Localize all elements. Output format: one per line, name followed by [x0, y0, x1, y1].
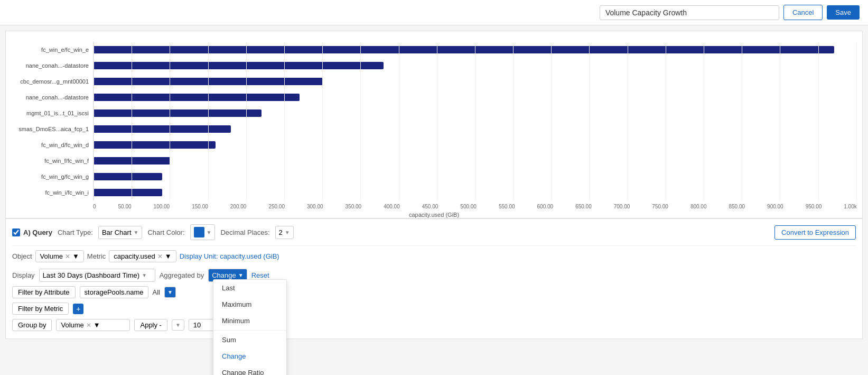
x-axis-label: 450.00 — [422, 204, 438, 209]
chart-y-label: fc_win_i/fc_win_i — [11, 189, 89, 196]
bar-row — [94, 140, 857, 150]
bar — [94, 109, 262, 117]
group-by-value: Volume — [61, 321, 83, 329]
dropdown-item[interactable]: Sum — [213, 332, 286, 348]
x-axis-label: 0 — [93, 204, 96, 209]
bar — [94, 125, 231, 133]
chevron-down-icon-2: ▼ — [207, 230, 212, 235]
chart-y-label: cbc_demosr...g_mnt00001 — [11, 78, 89, 85]
metric-value: capacity.used — [114, 252, 155, 260]
filter-attr-field[interactable]: storagePools.name — [80, 286, 148, 298]
chart-x-axis-title: capacity.used (GiB) — [11, 212, 857, 218]
query-checkbox-label[interactable]: A) Query — [12, 228, 52, 236]
x-axis-label: 850.00 — [729, 204, 745, 209]
chart-y-label: fc_win_e/fc_win_e — [11, 47, 89, 53]
x-axis-label: 950.00 — [806, 204, 822, 209]
bar — [94, 62, 384, 69]
decimal-places-label: Decimal Places: — [220, 228, 269, 236]
query-label: A) Query — [23, 228, 52, 236]
filter-attr-select[interactable]: ▼ — [164, 287, 176, 298]
apply-button[interactable]: Apply - — [134, 319, 167, 331]
chart-color-select[interactable]: ▼ — [190, 224, 216, 240]
query-controls-row: A) Query Chart Type: Bar Chart ▼ Chart C… — [12, 224, 856, 246]
chevron-down-icon-4: ▼ — [72, 252, 79, 260]
group-by-row: Group by Volume ✕ ▼ Apply - ▼ — [12, 317, 856, 333]
chevron-down-icon-10: ▼ — [175, 322, 181, 328]
x-axis-label: 700.00 — [614, 204, 630, 209]
display-select[interactable]: Last 30 Days (Dashboard Time) ▼ — [39, 269, 155, 282]
x-axis-label: 400.00 — [384, 204, 400, 209]
object-remove-icon[interactable]: ✕ — [65, 253, 70, 260]
x-axis-label: 50.00 — [118, 204, 132, 209]
convert-expression-button[interactable]: Convert to Expression — [774, 225, 856, 240]
chevron-down-icon-7: ▼ — [238, 272, 244, 278]
x-axis-label: 200.00 — [230, 204, 247, 209]
chart-x-axis: 050.00100.00150.00200.00250.00300.00350.… — [11, 200, 857, 209]
filter-attribute-row: Filter by Attribute storagePools.name Al… — [12, 284, 856, 300]
x-axis-label: 250.00 — [268, 204, 285, 209]
chevron-down-icon-9: ▼ — [94, 321, 100, 329]
metric-remove-icon[interactable]: ✕ — [157, 253, 163, 260]
chart-y-label: nane_conah...-datastore — [11, 94, 89, 100]
dropdown-item[interactable]: Last — [213, 280, 286, 296]
bar-row — [94, 93, 857, 102]
decimal-places-select[interactable]: 2 ▼ — [275, 226, 294, 239]
dropdown-item[interactable]: Maximum — [213, 296, 286, 313]
dropdown-item[interactable]: Change Ratio — [213, 364, 286, 375]
cancel-button[interactable]: Cancel — [783, 5, 823, 20]
query-checkbox[interactable] — [12, 228, 20, 236]
bar — [94, 157, 170, 164]
chart-y-label: fc_win_f/fc_win_f — [11, 158, 89, 164]
query-panel: A) Query Chart Type: Bar Chart ▼ Chart C… — [5, 218, 863, 339]
chart-y-label: fc_win_d/fc_win_d — [11, 142, 89, 148]
filter-attribute-label: Filter by Attribute — [12, 286, 76, 298]
filter-metric-label: Filter by Metric — [12, 303, 69, 315]
bar-row — [94, 61, 857, 70]
chart-type-label: Chart Type: — [58, 228, 93, 236]
chart-y-labels: fc_win_e/fc_win_enane_conah...-datastore… — [11, 42, 93, 200]
apply-count-select[interactable]: ▼ — [172, 319, 184, 331]
display-value: Last 30 Days (Dashboard Time) — [43, 271, 140, 279]
dropdown-item[interactable]: Minimum — [213, 313, 286, 329]
chart-type-select[interactable]: Bar Chart ▼ — [98, 226, 143, 239]
chevron-down-icon-6: ▼ — [142, 272, 147, 278]
filter-attr-value: All — [153, 288, 160, 296]
chart-y-label: fc_win_g/fc_win_g — [11, 173, 89, 180]
bar-row — [94, 124, 857, 134]
display-label: Display — [12, 271, 35, 279]
chevron-down-icon-8: ▼ — [167, 289, 173, 295]
bar-row — [94, 172, 857, 181]
group-by-remove-icon[interactable]: ✕ — [86, 322, 91, 329]
chart-color-label: Chart Color: — [147, 228, 184, 236]
dropdown-item[interactable]: Change — [213, 348, 286, 364]
chart-bars — [93, 42, 857, 200]
display-aggregated-row: Display Last 30 Days (Dashboard Time) ▼ … — [12, 267, 856, 284]
group-by-value-tag[interactable]: Volume ✕ ▼ — [56, 319, 130, 331]
x-axis-label: 350.00 — [346, 204, 362, 209]
aggregated-dropdown: LastMaximumMinimumSumChangeChange Ratio — [213, 279, 287, 375]
bar-row — [94, 108, 857, 118]
object-label: Object — [12, 252, 32, 260]
x-axis-label: 150.00 — [192, 204, 208, 209]
x-axis-label: 100.00 — [154, 204, 170, 209]
chart-title-input[interactable] — [600, 5, 779, 20]
save-button[interactable]: Save — [827, 5, 860, 20]
x-axis-label: 650.00 — [575, 204, 592, 209]
bar-row — [94, 45, 857, 54]
chart-area: fc_win_e/fc_win_enane_conah...-datastore… — [5, 31, 863, 218]
chevron-down-icon: ▼ — [134, 230, 139, 235]
object-tag[interactable]: Volume ✕ ▼ — [35, 250, 84, 262]
bar-row — [94, 156, 857, 166]
chevron-down-icon-3: ▼ — [285, 230, 290, 235]
reset-button[interactable]: Reset — [251, 271, 269, 279]
object-value: Volume — [40, 252, 63, 260]
chart-y-label: nane_conah...-datastore — [11, 62, 89, 69]
filter-attr-field-value: storagePools.name — [85, 288, 144, 296]
bar — [94, 141, 216, 149]
aggregated-value: Change — [212, 271, 236, 279]
display-unit-link[interactable]: Display Unit: capacity.used (GiB) — [180, 252, 279, 260]
metric-tag[interactable]: capacity.used ✕ ▼ — [109, 250, 176, 262]
object-metric-row: Object Volume ✕ ▼ Metric capacity.used ✕… — [12, 246, 856, 267]
add-filter-metric-button[interactable]: + — [73, 304, 83, 314]
bar — [94, 189, 162, 196]
